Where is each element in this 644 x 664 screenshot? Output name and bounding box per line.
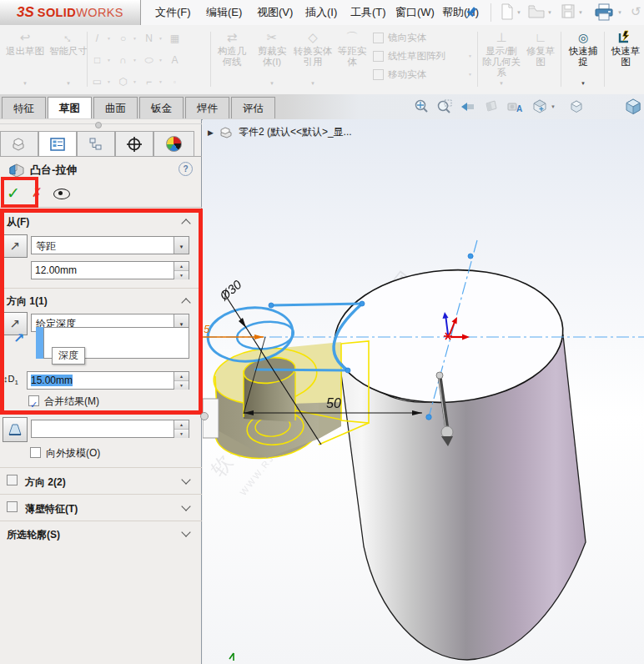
rectangle-tool-caret[interactable]: ▼: [107, 58, 113, 63]
move-entities-caret[interactable]: ▼: [468, 72, 475, 77]
circle-tool-icon[interactable]: ○: [116, 33, 130, 44]
circle-tool-caret[interactable]: ▼: [133, 36, 139, 41]
draft-button[interactable]: [3, 417, 28, 442]
construction-geometry-button[interactable]: ⇄ 构造几何线: [214, 29, 250, 91]
convert-entities-caret[interactable]: ▼: [310, 78, 315, 91]
cylinder-body[interactable]: [330, 263, 586, 660]
point-tool-icon[interactable]: ▫: [168, 78, 182, 86]
spline-tool-icon[interactable]: N: [142, 33, 156, 44]
save-caret[interactable]: ▼: [578, 10, 583, 15]
save-icon[interactable]: [561, 3, 576, 23]
tab-sketch[interactable]: 草图: [48, 97, 92, 118]
rapid-sketch-button[interactable]: 快速草图: [607, 29, 644, 91]
draft-angle-spinner[interactable]: ▲▼: [31, 420, 189, 438]
tab-features[interactable]: 特征: [2, 97, 46, 118]
quick-snaps-button[interactable]: ◎ 快速捕捉 ▼: [566, 29, 601, 91]
menu-file[interactable]: 文件(F): [155, 5, 191, 20]
help-icon[interactable]: ?: [179, 162, 193, 176]
linear-pattern-button[interactable]: 线性草图阵列 ▼: [373, 49, 475, 63]
hide-show-items-icon[interactable]: [567, 98, 586, 116]
expand-chevron-icon[interactable]: [181, 527, 190, 536]
menu-tools[interactable]: 工具(T): [350, 5, 386, 20]
smart-dimension-caret[interactable]: ▼: [66, 78, 71, 91]
draft-outward-checkbox[interactable]: [30, 447, 41, 458]
zoom-to-fit-icon[interactable]: [412, 98, 430, 116]
tab-weldments[interactable]: 焊件: [185, 97, 229, 118]
offset-entities-button[interactable]: ⌒ 等距实体: [335, 29, 369, 91]
arc-tool-icon[interactable]: ∩: [116, 54, 130, 66]
menu-view[interactable]: 视图(V): [257, 5, 293, 20]
flyout-feature-tree[interactable]: ▶ 零件2 (默认<<默认>_显...: [208, 125, 352, 139]
rectangle-tool-icon[interactable]: □: [90, 54, 104, 66]
repair-sketch-button[interactable]: ∟ 修复草图: [524, 29, 557, 91]
view-orientation-icon[interactable]: A: [506, 98, 524, 116]
tab-sheet-metal[interactable]: 钣金: [139, 97, 184, 118]
display-delete-relations-caret[interactable]: ▼: [499, 78, 504, 91]
move-entities-button[interactable]: 移动实体 ▼: [373, 68, 475, 81]
previous-view-icon[interactable]: [459, 98, 477, 116]
undo-icon[interactable]: ↺: [631, 4, 641, 19]
print-icon[interactable]: [594, 3, 614, 25]
expand-chevron-icon[interactable]: [181, 475, 190, 484]
graphics-area[interactable]: 软件自学网 WWW.RJZXW.COM 软件自学网 WWW.RJZXW.COM: [203, 119, 644, 664]
spin-up-icon[interactable]: ▲: [174, 420, 189, 430]
polygon-tool-icon[interactable]: ⬡: [116, 76, 130, 88]
display-style-caret[interactable]: ▼: [551, 104, 556, 109]
trim-entities-caret[interactable]: ▼: [269, 78, 274, 91]
open-document-caret[interactable]: ▼: [547, 10, 552, 15]
direction2-checkbox[interactable]: [7, 475, 18, 485]
section-selected-contours[interactable]: 所选轮廓(S): [0, 526, 202, 543]
panel-splitter-grip[interactable]: [95, 122, 102, 128]
tab-feature-manager[interactable]: [0, 131, 38, 157]
pin-menu-icon[interactable]: [465, 6, 477, 23]
sketch-picture-icon[interactable]: ▦: [168, 33, 182, 44]
spline-tool-caret[interactable]: ▼: [158, 36, 165, 41]
fillet-tool-caret[interactable]: ▼: [158, 79, 165, 84]
tab-evaluate[interactable]: 评估: [231, 97, 275, 118]
tab-configuration-manager[interactable]: [77, 131, 115, 157]
tab-property-manager[interactable]: [38, 131, 77, 157]
preview-eye-button[interactable]: [53, 189, 70, 199]
slot-tool-caret[interactable]: ▼: [107, 79, 113, 84]
display-delete-relations-button[interactable]: ⊥ 显示/删除几何关系 ▼: [482, 29, 521, 91]
zoom-to-area-icon[interactable]: [435, 98, 454, 116]
menu-insert[interactable]: 插入(I): [305, 5, 337, 20]
convert-entities-button[interactable]: ◇ 转换实体引用 ▼: [294, 29, 332, 91]
smart-dimension-button[interactable]: ↔ 智能尺寸 ▼: [48, 29, 88, 91]
slot-tool-icon[interactable]: ▭: [90, 76, 104, 88]
svg-text:50: 50: [326, 396, 341, 410]
trim-entities-button[interactable]: ✂ 剪裁实体(I) ▼: [254, 29, 290, 91]
ellipse-tool-icon[interactable]: ⬭: [142, 54, 156, 66]
arc-tool-caret[interactable]: ▼: [133, 58, 139, 63]
line-tool-caret[interactable]: ▼: [107, 36, 113, 41]
mirror-entities-button[interactable]: 镜向实体: [373, 31, 475, 44]
section-thin-feature[interactable]: 薄壁特征(T): [0, 501, 202, 517]
menu-window[interactable]: 窗口(W): [395, 5, 435, 20]
expand-chevron-icon[interactable]: [181, 501, 190, 511]
quick-snaps-caret[interactable]: ▼: [581, 78, 586, 91]
tab-surfaces[interactable]: 曲面: [93, 97, 138, 118]
exit-sketch-caret[interactable]: ▼: [23, 78, 28, 91]
thin-feature-checkbox[interactable]: [7, 501, 18, 512]
open-document-icon[interactable]: [528, 3, 545, 23]
section-direction2[interactable]: 方向 2(2): [0, 474, 202, 490]
new-document-icon[interactable]: [501, 3, 514, 23]
flyout-expand-icon[interactable]: ▶: [208, 128, 214, 137]
linear-pattern-caret[interactable]: ▼: [468, 53, 475, 58]
menu-edit[interactable]: 编辑(E): [206, 5, 242, 20]
display-style-icon[interactable]: [531, 98, 549, 116]
ellipse-tool-caret[interactable]: ▼: [158, 58, 165, 63]
tab-dimxpert-manager[interactable]: [115, 131, 153, 157]
exit-sketch-button[interactable]: ↩ 退出草图 ▼: [5, 29, 45, 91]
print-caret[interactable]: ▼: [617, 10, 622, 15]
new-document-caret[interactable]: ▼: [516, 10, 521, 15]
view-settings-cube-icon[interactable]: [624, 98, 642, 116]
tab-display-manager[interactable]: [153, 131, 194, 157]
spin-down-icon[interactable]: ▼: [174, 430, 189, 438]
polygon-tool-caret[interactable]: ▼: [133, 79, 139, 84]
section-view-icon[interactable]: [482, 98, 501, 116]
model-view[interactable]: 软件自学网 WWW.RJZXW.COM 软件自学网 WWW.RJZXW.COM: [203, 119, 644, 664]
line-tool-icon[interactable]: /: [90, 33, 104, 44]
text-tool-icon[interactable]: A: [168, 54, 182, 66]
fillet-tool-icon[interactable]: ⌐: [142, 76, 156, 88]
